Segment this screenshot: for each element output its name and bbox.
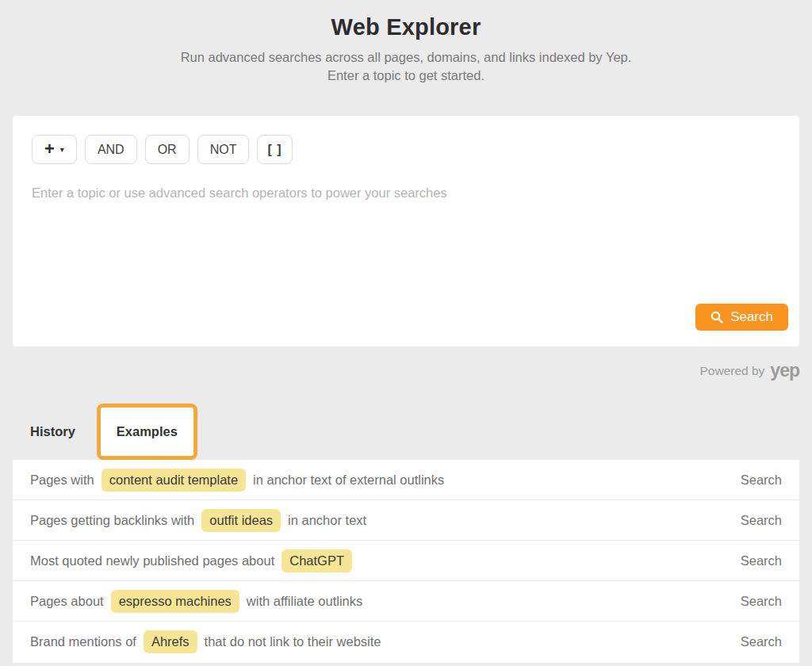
example-row: Most quoted newly published pages about … <box>13 541 799 581</box>
operator-or-button[interactable]: OR <box>145 135 190 164</box>
example-row: Pages getting backlinks with outfit idea… <box>13 500 799 541</box>
highlighted-term: content audit template <box>102 469 246 492</box>
example-prefix: Brand mentions of <box>30 634 136 649</box>
example-prefix: Most quoted newly published pages about <box>30 553 274 568</box>
example-suffix: with affiliate outlinks <box>247 594 362 609</box>
example-row: Brand mentions of Ahrefs that do not lin… <box>13 622 799 662</box>
page-header: Web Explorer Run advanced searches acros… <box>0 0 812 85</box>
example-prefix: Pages with <box>30 473 94 488</box>
example-text: Pages getting backlinks with outfit idea… <box>30 509 366 532</box>
example-suffix: in anchor text <box>288 513 366 528</box>
subtitle-line-2: Enter a topic to get started. <box>0 67 812 85</box>
search-button[interactable]: Search <box>695 304 788 331</box>
page-title: Web Explorer <box>0 14 812 40</box>
search-icon <box>710 311 723 323</box>
highlighted-term: outfit ideas <box>201 509 281 532</box>
example-text: Pages about espresso machines with affil… <box>30 590 362 613</box>
example-text: Most quoted newly published pages about … <box>30 549 359 572</box>
tab-bar: History Examples <box>13 404 799 460</box>
tab-examples[interactable]: Examples <box>97 404 197 460</box>
plus-icon: + <box>44 140 55 158</box>
search-card: + ▾ AND OR NOT [ ] Enter a topic or use … <box>13 116 799 346</box>
example-prefix: Pages getting backlinks with <box>30 513 194 528</box>
query-input[interactable]: Enter a topic or use advanced search ope… <box>32 186 780 201</box>
highlighted-term: espresso machines <box>111 590 239 613</box>
example-search-link[interactable]: Search <box>741 553 782 568</box>
subtitle-line-1: Run advanced searches across all pages, … <box>0 48 812 67</box>
example-suffix: that do not link to their website <box>205 634 381 649</box>
example-row: Pages with content audit template in anc… <box>13 460 799 500</box>
highlighted-term: Ahrefs <box>144 630 197 653</box>
operator-toolbar: + ▾ AND OR NOT [ ] <box>32 135 780 164</box>
operator-brackets-button[interactable]: [ ] <box>257 135 292 164</box>
example-text: Brand mentions of Ahrefs that do not lin… <box>30 630 381 653</box>
search-button-label: Search <box>730 309 773 325</box>
example-text: Pages with content audit template in anc… <box>30 469 444 492</box>
operator-and-button[interactable]: AND <box>85 135 137 164</box>
example-row: Pages about espresso machines with affil… <box>13 581 799 622</box>
example-search-link[interactable]: Search <box>741 634 782 649</box>
examples-panel: Pages with content audit template in anc… <box>13 460 799 663</box>
example-prefix: Pages about <box>30 594 104 609</box>
page-subtitle: Run advanced searches across all pages, … <box>0 48 812 85</box>
chevron-down-icon: ▾ <box>60 145 64 154</box>
example-search-link[interactable]: Search <box>741 473 782 488</box>
example-suffix: in anchor text of external outlinks <box>253 473 444 488</box>
yep-logo: yep <box>770 360 799 381</box>
powered-by: Powered byyep <box>13 359 799 381</box>
add-operator-dropdown-button[interactable]: + ▾ <box>32 135 77 164</box>
powered-by-text: Powered by <box>700 364 765 377</box>
example-search-link[interactable]: Search <box>741 513 782 528</box>
highlighted-term: ChatGPT <box>282 549 352 572</box>
operator-not-button[interactable]: NOT <box>197 135 250 164</box>
tab-history[interactable]: History <box>30 424 75 439</box>
example-search-link[interactable]: Search <box>741 594 782 609</box>
